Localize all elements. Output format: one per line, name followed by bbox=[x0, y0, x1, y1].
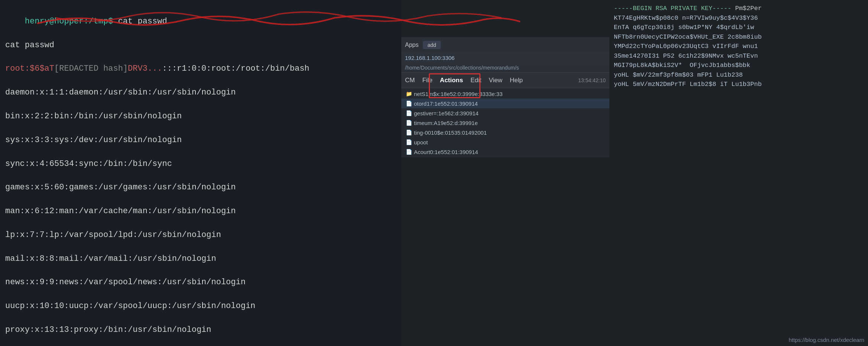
file-name: ting-0010$e:01535:01492001 bbox=[414, 129, 605, 136]
add-app-button[interactable]: add bbox=[423, 41, 440, 49]
status-bar: 192.168.1.100:3306 bbox=[401, 52, 609, 63]
file-row[interactable]: 📄 otord17:1e552:01:390914 bbox=[401, 99, 609, 108]
file-icon: 📄 bbox=[406, 120, 412, 126]
file-name: upoot bbox=[414, 139, 605, 145]
menu-item-edit[interactable]: Edit bbox=[470, 77, 481, 84]
file-icon: 📄 bbox=[406, 129, 412, 135]
file-name: otord17:1e552:01:390914 bbox=[414, 100, 605, 107]
url-bar: https://blog.csdn.net/xdeclearn bbox=[789, 337, 864, 343]
time-display: 13:54:42:10 bbox=[578, 77, 606, 83]
file-name: gestiver=:1e562:d:390914 bbox=[414, 110, 605, 116]
file-icon: 📁 bbox=[406, 91, 412, 97]
apps-bar: Apps add bbox=[401, 37, 609, 53]
file-row[interactable]: 📄 upoot bbox=[401, 137, 609, 147]
file-name: timeum:A19e52:d:39991e bbox=[414, 120, 605, 126]
file-name: netS1m$x:18e52:0:3999e:3333e:33 bbox=[414, 91, 605, 97]
file-row[interactable]: 📄 timeum:A19e52:d:39991e bbox=[401, 118, 609, 128]
menu-item-view[interactable]: View bbox=[489, 77, 503, 84]
terminal-panel: henry@hopper:/tmp$ cat passwd cat passwd… bbox=[0, 0, 401, 346]
menu-bar: CM File Actions Edit View Help 13:54:42:… bbox=[401, 73, 609, 88]
path-text: /home/Documents/src/collections/memorand… bbox=[405, 65, 519, 71]
terminal-prompt: henry@hopper:/tmp$ bbox=[25, 17, 118, 26]
file-row[interactable]: 📄 Acourt0:1e552:01:390914 bbox=[401, 147, 609, 157]
rsa-panel: -----BEGIN RSA PRIVATE KEY----- Pm$2Per … bbox=[609, 0, 868, 346]
apps-label: Apps bbox=[405, 42, 418, 48]
rsa-content: -----BEGIN RSA PRIVATE KEY----- Pm$2Per … bbox=[614, 4, 864, 89]
file-icon: 📄 bbox=[406, 149, 412, 155]
file-row[interactable]: 📄 ting-0010$e:01535:01492001 bbox=[401, 128, 609, 137]
file-row[interactable]: 📄 gestiver=:1e562:d:390914 bbox=[401, 108, 609, 118]
menu-item-actions[interactable]: Actions bbox=[440, 77, 463, 84]
file-icon: 📄 bbox=[406, 100, 412, 106]
file-list-area: 📁 netS1m$x:18e52:0:3999e:3333e:33 📄 otor… bbox=[401, 88, 609, 157]
file-row[interactable]: 📁 netS1m$x:18e52:0:3999e:3333e:33 bbox=[401, 89, 609, 99]
file-name: Acourt0:1e552:01:390914 bbox=[414, 149, 605, 155]
terminal-command: cat passwd bbox=[118, 17, 167, 26]
menu-item-help[interactable]: Help bbox=[510, 77, 523, 84]
terminal-output: henry@hopper:/tmp$ cat passwd cat passwd… bbox=[5, 4, 396, 346]
file-icon: 📄 bbox=[406, 139, 412, 145]
status-ip: 192.168.1.100:3306 bbox=[405, 55, 454, 61]
rsa-header: -----BEGIN RSA PRIVATE KEY----- bbox=[614, 5, 731, 12]
menu-item-file[interactable]: File bbox=[422, 77, 432, 84]
file-icon: 📄 bbox=[406, 110, 412, 116]
path-bar: /home/Documents/src/collections/memorand… bbox=[401, 63, 609, 73]
menu-item-cm[interactable]: CM bbox=[405, 77, 415, 84]
